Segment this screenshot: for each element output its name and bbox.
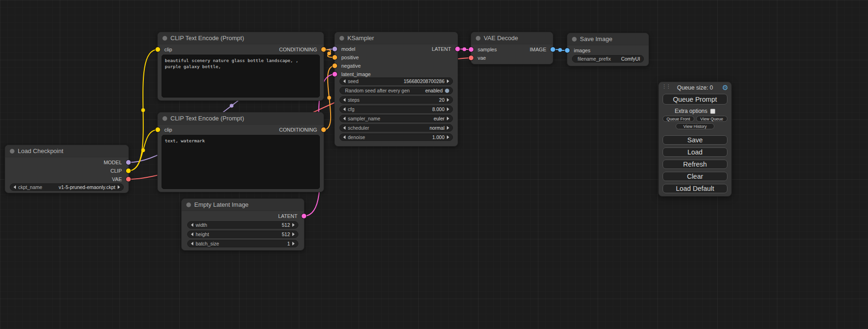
node-title-bar[interactable]: CLIP Text Encode (Prompt) (158, 112, 324, 125)
widget-label: width (196, 222, 207, 228)
view-history-button[interactable]: View History (676, 123, 714, 129)
node-save-image[interactable]: Save Image images filename_prefix ComfyU… (567, 33, 649, 66)
output-port-vae: VAE (112, 175, 128, 183)
model-input-dot[interactable] (332, 47, 337, 51)
node-load-checkpoint[interactable]: Load Checkpoint MODEL CLIP VAE ckpt_name… (5, 145, 129, 193)
vae-input-dot[interactable] (469, 56, 473, 60)
queue-front-button[interactable]: Queue Front (663, 116, 694, 122)
decrement-arrow-icon[interactable] (343, 107, 346, 111)
node-title-bar[interactable]: VAE Decode (471, 32, 553, 44)
latent-image-input-dot[interactable] (332, 72, 337, 77)
decrement-arrow-icon[interactable] (343, 126, 346, 130)
view-queue-button[interactable]: View Queue (696, 116, 728, 122)
decrement-arrow-icon[interactable] (14, 185, 16, 189)
node-clip-text-encode-positive[interactable]: CLIP Text Encode (Prompt) clip CONDITION… (157, 32, 324, 101)
clear-button[interactable]: Clear (663, 172, 727, 181)
save-button[interactable]: Save (663, 135, 727, 145)
cfg-stepper[interactable]: cfg 8.000 (339, 105, 453, 113)
load-default-button[interactable]: Load Default (663, 184, 727, 193)
increment-arrow-icon[interactable] (292, 232, 295, 236)
collapse-icon[interactable] (162, 116, 167, 121)
toggle-on-icon[interactable] (445, 89, 449, 93)
increment-arrow-icon[interactable] (447, 126, 449, 130)
node-title-bar[interactable]: KSampler (335, 32, 458, 44)
clip-input-dot[interactable] (155, 127, 160, 132)
node-title-bar[interactable]: Empty Latent Image (182, 199, 304, 211)
latent-output-dot[interactable] (455, 47, 460, 51)
negative-prompt-textarea[interactable]: text, watermark (162, 135, 320, 189)
clip-input-dot[interactable] (155, 47, 160, 52)
positive-prompt-textarea[interactable]: beautiful scenery nature glass bottle la… (162, 55, 320, 98)
node-title-bar[interactable]: CLIP Text Encode (Prompt) (158, 32, 324, 44)
vae-output-dot[interactable] (126, 177, 131, 182)
refresh-button[interactable]: Refresh (663, 160, 727, 169)
seed-stepper[interactable]: seed 156680208700286 (339, 77, 453, 85)
image-output-dot[interactable] (550, 47, 555, 52)
settings-gear-icon[interactable]: ⚙ (722, 83, 728, 92)
batch-size-stepper[interactable]: batch_size 1 (187, 240, 298, 247)
widget-label: scheduler (348, 125, 369, 131)
decrement-arrow-icon[interactable] (191, 232, 193, 236)
collapse-icon[interactable] (162, 36, 167, 41)
widget-value: 156680208700286 (403, 78, 445, 84)
port-label: positive (341, 55, 359, 60)
widget-value: 8.000 (432, 106, 445, 112)
model-output-dot[interactable] (126, 160, 131, 165)
latent-output-dot[interactable] (302, 214, 306, 218)
sampler-name-combo[interactable]: sampler_name euler (339, 115, 453, 122)
steps-stepper[interactable]: steps 20 (339, 96, 453, 104)
conditioning-output-dot[interactable] (321, 127, 326, 132)
increment-arrow-icon[interactable] (447, 98, 449, 102)
node-vae-decode[interactable]: VAE Decode samples IMAGE vae (471, 32, 553, 64)
port-label: samples (478, 47, 497, 52)
collapse-icon[interactable] (10, 149, 14, 154)
port-label: CLIP (111, 168, 122, 174)
decrement-arrow-icon[interactable] (343, 135, 346, 139)
negative-input-dot[interactable] (332, 63, 337, 68)
conditioning-output-dot[interactable] (321, 47, 326, 52)
increment-arrow-icon[interactable] (447, 117, 449, 120)
increment-arrow-icon[interactable] (447, 79, 449, 83)
increment-arrow-icon[interactable] (292, 223, 295, 227)
widget-label: filename_prefix (576, 56, 611, 62)
denoise-stepper[interactable]: denoise 1.000 (339, 133, 453, 141)
port-label: clip (164, 47, 172, 52)
node-title-bar[interactable]: Save Image (567, 33, 649, 45)
widget-label: batch_size (196, 241, 219, 246)
node-clip-text-encode-negative[interactable]: CLIP Text Encode (Prompt) clip CONDITION… (157, 112, 324, 192)
filename-prefix-field[interactable]: filename_prefix ComfyUI (572, 55, 644, 63)
decrement-arrow-icon[interactable] (343, 98, 346, 102)
collapse-icon[interactable] (476, 36, 480, 41)
decrement-arrow-icon[interactable] (343, 79, 346, 83)
decrement-arrow-icon[interactable] (343, 117, 346, 120)
samples-input-dot[interactable] (469, 47, 473, 52)
node-title-bar[interactable]: Load Checkpoint (5, 145, 128, 157)
queue-prompt-button[interactable]: Queue Prompt (663, 94, 727, 105)
extra-options-label: Extra options (675, 108, 707, 114)
random-seed-toggle[interactable]: Random seed after every gen enabled (339, 87, 453, 94)
collapse-icon[interactable] (572, 37, 577, 42)
port-row: clip CONDITIONING (158, 45, 324, 54)
load-button[interactable]: Load (663, 147, 727, 157)
decrement-arrow-icon[interactable] (191, 223, 193, 227)
node-ksampler[interactable]: KSampler model LATENT positive negative … (334, 32, 458, 147)
increment-arrow-icon[interactable] (292, 242, 295, 245)
width-stepper[interactable]: width 512 (187, 221, 298, 229)
clip-output-dot[interactable] (126, 168, 131, 173)
node-graph-canvas[interactable]: Load Checkpoint MODEL CLIP VAE ckpt_name… (0, 0, 868, 329)
ckpt-name-combo[interactable]: ckpt_name v1-5-pruned-emaonly.ckpt (10, 183, 124, 191)
node-empty-latent-image[interactable]: Empty Latent Image LATENT width 512 heig… (181, 198, 304, 251)
decrement-arrow-icon[interactable] (191, 242, 193, 245)
increment-arrow-icon[interactable] (447, 107, 449, 111)
collapse-icon[interactable] (186, 203, 191, 207)
height-stepper[interactable]: height 512 (187, 231, 298, 238)
collapse-icon[interactable] (339, 36, 344, 41)
increment-arrow-icon[interactable] (447, 135, 449, 139)
widget-label: steps (348, 97, 360, 103)
extra-options-checkbox[interactable] (710, 109, 715, 114)
images-input-dot[interactable] (565, 48, 570, 53)
increment-arrow-icon[interactable] (118, 185, 120, 189)
widget-value: 20 (439, 97, 445, 103)
positive-input-dot[interactable] (332, 55, 337, 60)
scheduler-combo[interactable]: scheduler normal (339, 124, 453, 132)
